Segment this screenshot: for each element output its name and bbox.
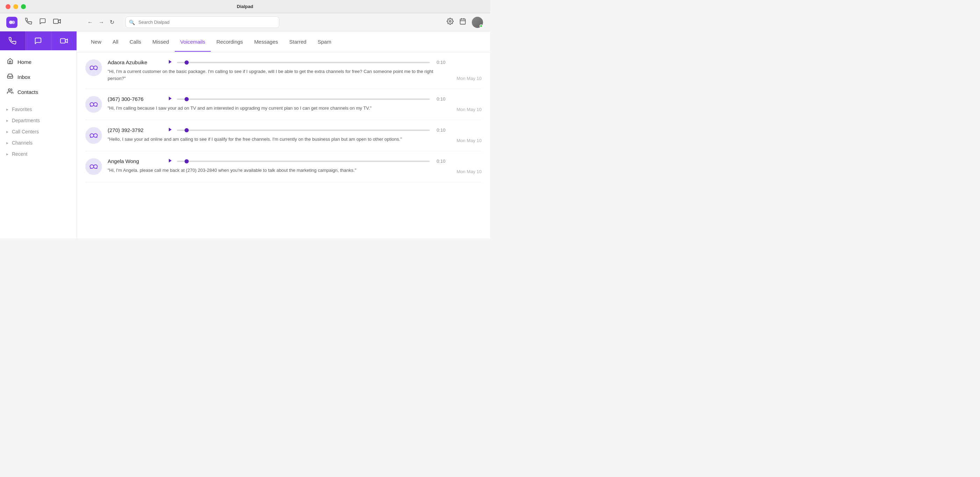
sidebar-section-recent-label: Recent xyxy=(12,151,27,157)
vm-avatar xyxy=(85,127,102,144)
vm-progress-container[interactable] xyxy=(177,130,430,131)
tab-messages[interactable]: Messages xyxy=(248,32,283,52)
chevron-right-icon: ► xyxy=(6,141,9,145)
avatar-status-dot xyxy=(479,24,483,28)
svg-marker-26 xyxy=(169,128,172,132)
content: Home Inbox Contacts ► Favorites xyxy=(0,32,490,239)
chevron-right-icon: ► xyxy=(6,119,9,122)
voicemail-list: Adaora Azubuike 0:10 "Hi, I'm a xyxy=(77,52,490,239)
vm-progress-bar xyxy=(177,98,430,100)
sidebar-item-contacts[interactable]: Contacts xyxy=(0,84,76,100)
voicemail-item: Angela Wong 0:10 "Hi, I'm Angel xyxy=(85,151,482,182)
calendar-icon[interactable] xyxy=(459,18,466,27)
vm-caller-name: (270) 392-3792 xyxy=(108,127,164,133)
vm-play-button[interactable] xyxy=(168,96,173,102)
sidebar-item-inbox-label: Inbox xyxy=(18,74,30,80)
vm-play-button[interactable] xyxy=(168,59,173,65)
tab-starred[interactable]: Starred xyxy=(284,32,312,52)
avatar[interactable] xyxy=(472,17,483,28)
sidebar-section-favorites-label: Favorites xyxy=(12,106,32,112)
vm-caller-name: Angela Wong xyxy=(108,158,164,164)
vm-play-button[interactable] xyxy=(168,127,173,133)
vm-date: Mon May 10 xyxy=(457,76,482,82)
logo-icon xyxy=(6,17,18,28)
settings-icon[interactable] xyxy=(447,18,453,27)
sidebar-section-channels[interactable]: ► Channels xyxy=(0,137,76,148)
toolbar: ← → ↻ 🔍 xyxy=(0,13,490,32)
vm-content: (367) 300-7676 0:10 "Hi, I'm ca xyxy=(108,96,445,112)
minimize-button[interactable] xyxy=(13,4,18,9)
window-title: Dialpad xyxy=(237,4,253,9)
sidebar-message-button[interactable] xyxy=(25,32,51,50)
vm-duration: 0:10 xyxy=(434,60,445,65)
sidebar-section-channels-label: Channels xyxy=(12,140,32,146)
tabs-bar: New All Calls Missed Voicemails Recordin… xyxy=(77,32,490,52)
sidebar-phone-button[interactable] xyxy=(0,32,25,50)
search-bar: 🔍 xyxy=(126,16,279,28)
maximize-button[interactable] xyxy=(21,4,26,9)
inbox-icon xyxy=(7,73,13,81)
tab-calls[interactable]: Calls xyxy=(124,32,147,52)
vm-header: Angela Wong 0:10 xyxy=(108,158,445,164)
sidebar-video-button[interactable] xyxy=(51,32,76,50)
vm-caller-name: (367) 300-7676 xyxy=(108,96,164,102)
sidebar-nav: Home Inbox Contacts xyxy=(0,50,76,104)
sidebar-item-home[interactable]: Home xyxy=(0,54,76,70)
close-button[interactable] xyxy=(6,4,11,9)
vm-progress-container[interactable] xyxy=(177,62,430,63)
sidebar: Home Inbox Contacts ► Favorites xyxy=(0,32,77,239)
vm-avatar xyxy=(85,96,102,113)
vm-header: (270) 392-3792 0:10 xyxy=(108,127,445,133)
sidebar-item-home-label: Home xyxy=(18,59,32,65)
vm-caller-name: Adaora Azubuike xyxy=(108,59,164,65)
vm-progress-container[interactable] xyxy=(177,161,430,162)
vm-progress-bar xyxy=(177,161,430,162)
vm-avatar xyxy=(85,158,102,175)
tab-new[interactable]: New xyxy=(85,32,107,52)
svg-point-23 xyxy=(94,134,97,138)
sidebar-item-inbox[interactable]: Inbox xyxy=(0,70,76,84)
home-icon xyxy=(7,58,13,66)
svg-point-11 xyxy=(8,89,11,91)
vm-transcript: "Hi, I'm Angela. please call me back at … xyxy=(108,167,445,174)
sidebar-section-departments[interactable]: ► Departments xyxy=(0,115,76,126)
vm-progress-dot xyxy=(185,159,189,163)
title-bar: Dialpad xyxy=(0,0,490,13)
tab-all[interactable]: All xyxy=(107,32,124,52)
refresh-button[interactable]: ↻ xyxy=(108,17,116,27)
vm-transcript: "Hi, I'm calling because I saw your ad o… xyxy=(108,105,445,112)
tab-spam[interactable]: Spam xyxy=(312,32,337,52)
svg-point-4 xyxy=(449,21,451,22)
tab-voicemails[interactable]: Voicemails xyxy=(175,32,211,52)
sidebar-section-call-centers[interactable]: ► Call Centers xyxy=(0,126,76,137)
tab-recordings[interactable]: Recordings xyxy=(211,32,248,52)
chat-icon[interactable] xyxy=(39,18,46,27)
svg-point-17 xyxy=(90,103,94,106)
voicemail-item: Adaora Azubuike 0:10 "Hi, I'm a xyxy=(85,52,482,89)
contacts-icon xyxy=(7,88,13,96)
vm-duration: 0:10 xyxy=(434,97,445,101)
phone-icon[interactable] xyxy=(25,18,32,27)
vm-header: Adaora Azubuike 0:10 xyxy=(108,59,445,65)
chevron-right-icon: ► xyxy=(6,108,9,111)
svg-point-28 xyxy=(94,165,97,169)
tab-missed[interactable]: Missed xyxy=(147,32,175,52)
nav-arrows: ← → ↻ xyxy=(86,17,116,27)
sidebar-section-favorites[interactable]: ► Favorites xyxy=(0,104,76,115)
back-button[interactable]: ← xyxy=(86,18,94,27)
voicemail-item: (367) 300-7676 0:10 "Hi, I'm ca xyxy=(85,89,482,120)
vm-date: Mon May 10 xyxy=(457,107,482,113)
vm-progress-container[interactable] xyxy=(177,98,430,100)
video-icon[interactable] xyxy=(53,18,61,26)
sidebar-section-recent[interactable]: ► Recent xyxy=(0,148,76,160)
traffic-lights xyxy=(6,4,26,9)
vm-duration: 0:10 xyxy=(434,158,445,164)
svg-point-27 xyxy=(90,165,94,169)
forward-button[interactable]: → xyxy=(97,18,105,27)
svg-rect-9 xyxy=(60,39,65,43)
vm-progress-dot xyxy=(185,97,189,101)
search-input[interactable] xyxy=(126,16,279,28)
vm-play-button[interactable] xyxy=(168,158,173,164)
search-icon: 🔍 xyxy=(129,19,135,25)
sidebar-section-departments-label: Departments xyxy=(12,118,40,123)
